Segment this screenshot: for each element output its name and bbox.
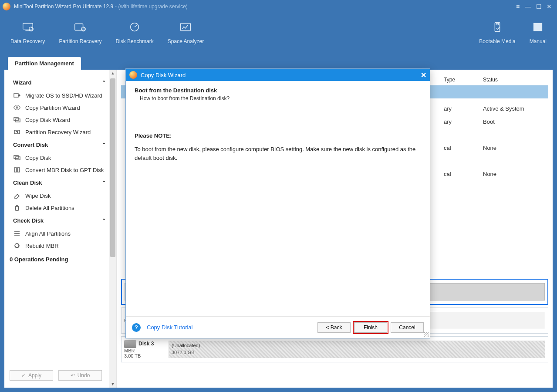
modal-title-text: Copy Disk Wizard	[141, 72, 186, 78]
help-icon[interactable]: ?	[132, 323, 141, 332]
modal-close-button[interactable]: ✕	[421, 71, 426, 79]
back-button[interactable]: < Back	[317, 322, 351, 333]
resize-grip[interactable]	[424, 332, 429, 337]
cancel-button[interactable]: Cancel	[391, 322, 424, 333]
modal-header: Boot from the Destination disk	[135, 87, 421, 94]
modal-app-icon	[129, 71, 137, 79]
modal-footer: ? Copy Disk Tutorial < Back Finish Cance…	[126, 316, 430, 338]
modal-body: Boot from the Destination disk How to bo…	[126, 81, 430, 316]
modal-overlay: Copy Disk Wizard ✕ Boot from the Destina…	[0, 0, 557, 392]
copy-disk-wizard-modal: Copy Disk Wizard ✕ Boot from the Destina…	[125, 68, 430, 338]
modal-subheader: How to boot from the Destination disk?	[140, 95, 421, 101]
modal-titlebar: Copy Disk Wizard ✕	[126, 69, 430, 81]
copy-disk-tutorial-link[interactable]: Copy Disk Tutorial	[147, 324, 192, 331]
finish-button[interactable]: Finish	[354, 322, 387, 333]
modal-note-label: Please NOTE:	[135, 132, 421, 139]
modal-note-text: To boot from the new disk, please config…	[135, 145, 421, 162]
